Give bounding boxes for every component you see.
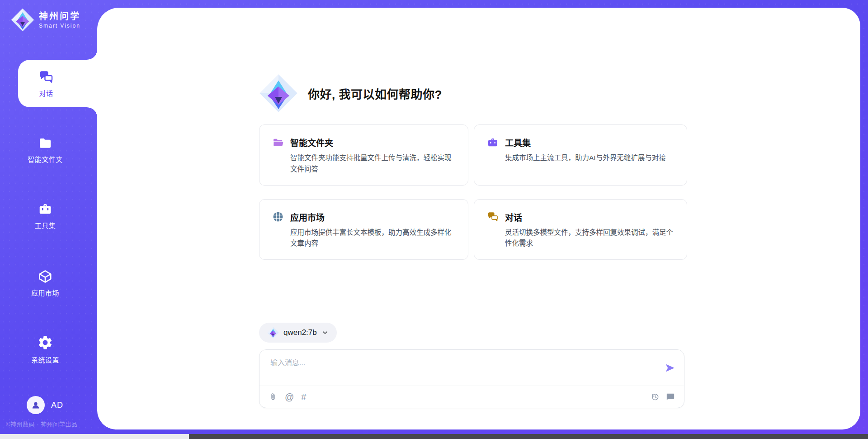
person-icon — [30, 400, 41, 410]
feature-cards: 智能文件夹 智能文件夹功能支持批量文件上传与清洗，轻松实现文件问答 工具集 集成… — [259, 124, 687, 260]
brand-diamond-icon — [267, 327, 279, 339]
brand-diamond-icon — [11, 8, 34, 32]
tab-scoop-bottom — [87, 107, 97, 117]
chat-icon — [487, 211, 499, 223]
folder-icon — [38, 136, 52, 150]
chat-icon — [38, 69, 54, 85]
card-title: 对话 — [505, 211, 522, 223]
card-description: 集成市场上主流工具，助力AI与外界无缝扩展与对接 — [505, 153, 674, 164]
toolbox-icon — [38, 202, 52, 216]
sidebar-item-chat[interactable]: 对话 — [18, 60, 98, 107]
chat-bubble-icon — [666, 392, 675, 401]
card-chat[interactable]: 对话 灵活切换多模型文件，支持多样回复效果调试，满足个性化需求 — [474, 199, 687, 260]
card-smart-folder[interactable]: 智能文件夹 智能文件夹功能支持批量文件上传与清洗，轻松实现文件问答 — [259, 124, 468, 186]
model-name: qwen2:7b — [283, 328, 317, 337]
history-button[interactable] — [651, 392, 660, 401]
hashtag-button[interactable]: # — [301, 392, 306, 401]
attachment-icon — [269, 392, 278, 401]
avatar — [27, 396, 45, 414]
send-icon — [664, 362, 676, 374]
chevron-down-icon — [321, 329, 329, 336]
bottom-bar-light — [0, 434, 189, 439]
card-description: 应用市场提供丰富长文本模板，助力高效生成多样化文章内容 — [290, 227, 455, 250]
cube-icon — [38, 269, 52, 284]
card-title: 应用市场 — [290, 211, 325, 223]
send-button[interactable] — [663, 362, 677, 375]
bottom-bar-dark — [189, 434, 868, 439]
card-header: 应用市场 — [272, 211, 455, 223]
sidebar-item-app-market[interactable]: 应用市场 — [0, 269, 90, 297]
sidebar: 神州问学 Smart Vision 对话 智能文件夹 工具集 应用市场 系统设置 — [0, 0, 97, 439]
greeting-text: 你好, 我可以如何帮助你? — [308, 85, 442, 102]
brand-subtitle: Smart Vision — [39, 23, 80, 29]
history-icon — [651, 392, 660, 401]
brand: 神州问学 Smart Vision — [11, 8, 80, 32]
sidebar-item-settings[interactable]: 系统设置 — [0, 334, 90, 364]
app-root: 神州问学 Smart Vision 对话 智能文件夹 工具集 应用市场 系统设置 — [0, 0, 868, 439]
sidebar-footer: ©神州数码 · 神州问学出品 — [6, 420, 101, 428]
sidebar-item-label: 对话 — [39, 88, 53, 98]
composer-toolbar: @ # — [259, 386, 684, 408]
card-header: 智能文件夹 — [272, 136, 455, 148]
message-composer: @ # — [259, 349, 684, 408]
brand-name: 神州问学 — [39, 11, 80, 21]
brand-text: 神州问学 Smart Vision — [39, 11, 80, 29]
card-description: 灵活切换多模型文件，支持多样回复效果调试，满足个性化需求 — [505, 227, 674, 250]
sidebar-item-label: 工具集 — [35, 220, 56, 230]
brand-diamond-icon — [259, 74, 298, 113]
toolbar-right — [651, 392, 675, 401]
message-input[interactable] — [269, 356, 652, 384]
card-header: 对话 — [487, 211, 674, 223]
sidebar-item-label: 智能文件夹 — [28, 154, 63, 164]
card-app-market[interactable]: 应用市场 应用市场提供丰富长文本模板，助力高效生成多样化文章内容 — [259, 199, 468, 260]
sidebar-item-smart-folder[interactable]: 智能文件夹 — [0, 136, 90, 164]
card-title: 工具集 — [505, 136, 531, 148]
mention-button[interactable]: @ — [285, 392, 294, 401]
briefcase-icon — [487, 137, 499, 148]
card-title: 智能文件夹 — [290, 136, 333, 148]
card-toolset[interactable]: 工具集 集成市场上主流工具，助力AI与外界无缝扩展与对接 — [474, 124, 687, 186]
grid-icon — [272, 211, 284, 223]
card-header: 工具集 — [487, 136, 674, 148]
mention-icon: @ — [285, 392, 294, 401]
sidebar-item-toolset[interactable]: 工具集 — [0, 202, 90, 230]
main-panel: 你好, 我可以如何帮助你? 智能文件夹 智能文件夹功能支持批量文件上传与清洗，轻… — [97, 8, 860, 429]
hashtag-icon: # — [301, 392, 306, 401]
user-account[interactable]: AD — [27, 396, 63, 414]
sidebar-item-label: 系统设置 — [31, 355, 59, 364]
sidebar-item-label: 应用市场 — [31, 288, 59, 297]
chat-log-button[interactable] — [666, 392, 675, 401]
attach-button[interactable] — [269, 392, 278, 401]
greeting: 你好, 我可以如何帮助你? — [259, 74, 442, 113]
user-initials: AD — [51, 401, 63, 410]
folder-open-icon — [272, 137, 284, 148]
card-description: 智能文件夹功能支持批量文件上传与清洗，轻松实现文件问答 — [290, 153, 455, 175]
gear-icon — [37, 334, 53, 351]
model-selector[interactable]: qwen2:7b — [259, 323, 337, 343]
tab-scoop-top — [87, 50, 97, 60]
